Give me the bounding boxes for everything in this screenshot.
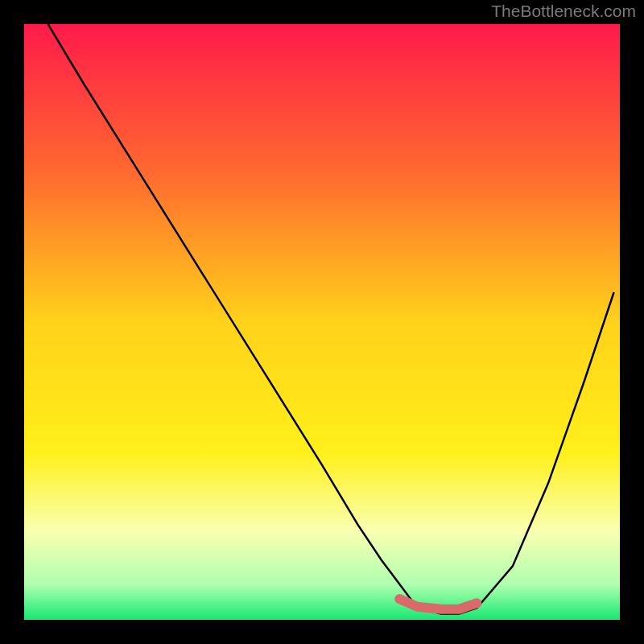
bottleneck-chart [24, 24, 620, 620]
chart-container: TheBottleneck.com [0, 0, 644, 644]
attribution-text: TheBottleneck.com [491, 2, 636, 21]
gradient-background [24, 24, 620, 620]
